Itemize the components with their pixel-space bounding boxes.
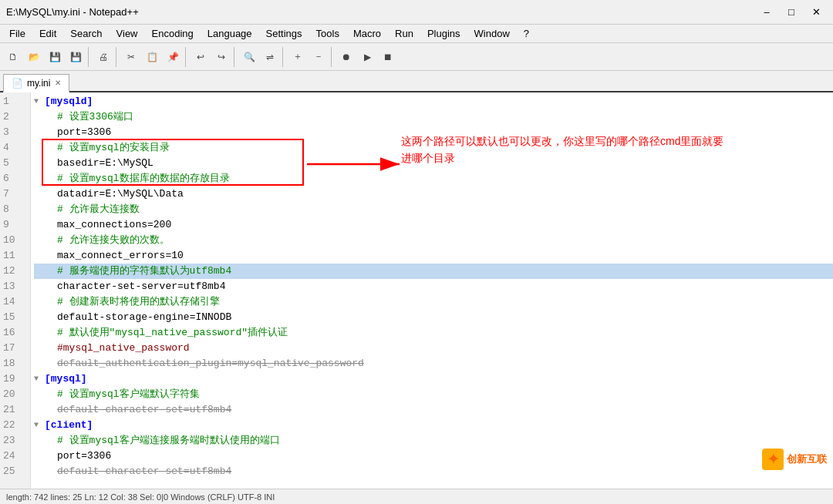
code-line-14: # 创建新表时将使用的默认存储引擎 [34, 294, 833, 310]
line-13-content: character-set-server=utf8mb4 [45, 279, 225, 294]
title-text: E:\MySQL\my.ini - Notepad++ [6, 6, 139, 18]
line-22-content: [client] [45, 418, 93, 433]
paste-button[interactable]: 📌 [163, 47, 183, 67]
line-12-content: # 服务端使用的字符集默认为utf8mb4 [45, 264, 231, 279]
toolbar: 🗋 📂 💾 💾 🖨 ✂ 📋 📌 ↩ ↪ 🔍 ⇌ ＋ － ⏺ ▶ ⏹ [0, 43, 833, 71]
fold-21 [34, 402, 43, 418]
line-4-content: # 设置mysql的安装目录 [45, 140, 170, 156]
toolbar-sep-1 [88, 47, 91, 67]
fold-24 [34, 449, 43, 464]
code-line-11: max_connect_errors=10 [34, 248, 833, 264]
code-line-22: ▼[client] [34, 418, 833, 433]
save-button[interactable]: 💾 [45, 47, 65, 67]
replace-button[interactable]: ⇌ [260, 47, 280, 67]
tab-bar: 📄 my.ini ✕ [0, 71, 833, 92]
toolbar-sep-6 [331, 47, 334, 67]
macro-play-button[interactable]: ▶ [357, 47, 377, 67]
fold-3 [34, 125, 43, 140]
code-line-18: default_authentication_plugin=mysql_nati… [34, 356, 833, 371]
menu-settings[interactable]: Settings [260, 25, 309, 42]
print-button[interactable]: 🖨 [93, 47, 113, 67]
menu-encoding[interactable]: Encoding [146, 25, 200, 42]
status-bar: length: 742 lines: 25 Ln: 12 Col: 38 Sel… [0, 489, 833, 504]
line-18-content: default_authentication_plugin=mysql_nati… [45, 356, 364, 371]
menu-help[interactable]: ? [518, 25, 535, 42]
fold-19[interactable]: ▼ [34, 371, 43, 387]
annotation-text: 这两个路径可以默认也可以更改，你这里写的哪个路径cmd里面就要进哪个目录 [401, 133, 725, 167]
code-line-8: # 允许最大连接数 [34, 202, 833, 217]
fold-15 [34, 310, 43, 325]
line-2-content: # 设置3306端口 [45, 109, 133, 125]
line-17-content: #mysql_native_password [45, 341, 190, 356]
fold-1[interactable]: ▼ [34, 94, 43, 109]
watermark-icon: ✦ [762, 449, 784, 470]
tab-close-icon[interactable]: ✕ [55, 79, 61, 87]
fold-16 [34, 325, 43, 341]
watermark: ✦ 创新互联 [762, 449, 827, 470]
maximize-button[interactable]: □ [781, 4, 802, 21]
menu-bar: File Edit Search View Encoding Language … [0, 25, 833, 43]
copy-button[interactable]: 📋 [142, 47, 162, 67]
menu-macro[interactable]: Macro [347, 25, 387, 42]
fold-4 [34, 140, 43, 156]
zoom-out-button[interactable]: － [309, 47, 329, 67]
code-line-16: # 默认使用"mysql_native_password"插件认证 [34, 325, 833, 341]
fold-14 [34, 294, 43, 310]
line-25-content: default-character-set=utf8mb4 [45, 464, 231, 479]
menu-run[interactable]: Run [389, 25, 420, 42]
tab-file-icon: 📄 [12, 78, 22, 89]
fold-18 [34, 356, 43, 371]
fold-5 [34, 156, 43, 171]
window-controls: – □ ✕ [756, 4, 827, 21]
menu-plugins[interactable]: Plugins [421, 25, 467, 42]
line-7-content: datadir=E:\MySQL\Data [45, 186, 184, 202]
tab-my-ini[interactable]: 📄 my.ini ✕ [3, 74, 69, 92]
code-line-20: # 设置mysql客户端默认字符集 [34, 387, 833, 402]
line-5-content: basedir=E:\MySQL [45, 156, 153, 171]
fold-11 [34, 248, 43, 264]
menu-edit[interactable]: Edit [33, 25, 62, 42]
menu-language[interactable]: Language [201, 25, 258, 42]
find-button[interactable]: 🔍 [239, 47, 259, 67]
watermark-label: 创新互联 [787, 452, 827, 466]
line-15-content: default-storage-engine=INNODB [45, 310, 231, 325]
line-14-content: # 创建新表时将使用的默认存储引擎 [45, 294, 220, 310]
redo-button[interactable]: ↪ [211, 47, 231, 67]
title-bar: E:\MySQL\my.ini - Notepad++ – □ ✕ [0, 0, 833, 25]
line-24-content: port=3306 [45, 449, 111, 464]
code-line-15: default-storage-engine=INNODB [34, 310, 833, 325]
line-11-content: max_connect_errors=10 [45, 248, 184, 264]
line-9-content: max_connections=200 [45, 217, 171, 233]
code-line-2: # 设置3306端口 [34, 109, 833, 125]
undo-button[interactable]: ↩ [191, 47, 211, 67]
macro-record-button[interactable]: ⏺ [336, 47, 356, 67]
minimize-button[interactable]: – [756, 4, 777, 21]
code-line-24: port=3306 [34, 449, 833, 464]
macro-stop-button[interactable]: ⏹ [378, 47, 398, 67]
fold-22[interactable]: ▼ [34, 418, 43, 433]
code-line-10: # 允许连接失败的次数。 [34, 233, 833, 248]
menu-tools[interactable]: Tools [310, 25, 346, 42]
new-button[interactable]: 🗋 [3, 47, 23, 67]
tab-label: my.ini [27, 78, 50, 89]
fold-2 [34, 109, 43, 125]
fold-9 [34, 217, 43, 233]
line-21-content: default-character-set=utf8mb4 [45, 402, 231, 418]
menu-file[interactable]: File [3, 25, 32, 42]
open-button[interactable]: 📂 [24, 47, 44, 67]
save-all-button[interactable]: 💾 [66, 47, 86, 67]
zoom-in-button[interactable]: ＋ [288, 47, 308, 67]
line-19-content: [mysql] [45, 371, 87, 387]
fold-20 [34, 387, 43, 402]
menu-window[interactable]: Window [468, 25, 516, 42]
cut-button[interactable]: ✂ [121, 47, 141, 67]
code-line-7: datadir=E:\MySQL\Data [34, 186, 833, 202]
menu-view[interactable]: View [110, 25, 144, 42]
line-20-content: # 设置mysql客户端默认字符集 [45, 387, 200, 402]
code-line-21: default-character-set=utf8mb4 [34, 402, 833, 418]
menu-search[interactable]: Search [64, 25, 108, 42]
fold-8 [34, 202, 43, 217]
code-line-23: # 设置mysql客户端连接服务端时默认使用的端口 [34, 433, 833, 449]
close-button[interactable]: ✕ [805, 4, 827, 21]
code-line-13: character-set-server=utf8mb4 [34, 279, 833, 294]
